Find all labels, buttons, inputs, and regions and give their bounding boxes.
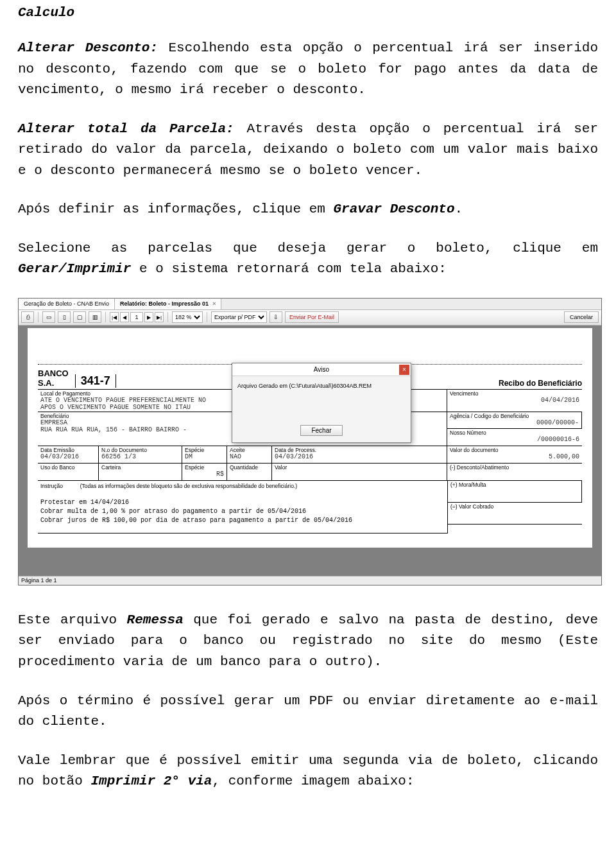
carteira-label: Carteira [101, 464, 179, 471]
label-alterar-total: Alterar total da Parcela: [18, 121, 234, 136]
mora-label: (+) Mora/Multa [450, 482, 579, 488]
cell-vencimento: Vencimento 04/04/2016 [447, 390, 582, 412]
tab-geracao-boleto[interactable]: Geração de Boleto - CNAB Envio [19, 299, 115, 309]
view-multi-button[interactable]: ▥ [89, 311, 101, 323]
cell-especie-doc: Espécie DM [182, 446, 227, 463]
last-icon: ▶| [157, 315, 162, 320]
modal-footer: Fechar [232, 421, 411, 442]
page-fit-icon: ▯ [63, 314, 66, 320]
page-icon: ▭ [46, 314, 52, 320]
separator [207, 312, 207, 322]
valor-cobrado-label: (=) Valor Cobrado [450, 503, 579, 510]
modal-fechar-button[interactable]: Fechar [300, 425, 342, 436]
uso-banco-label: Uso do Banco [40, 464, 96, 471]
cancel-button[interactable]: Cancelar [564, 311, 599, 323]
cell-desconto: (-) Desconto/Abatimento [447, 464, 582, 480]
emph-remessa: Remessa [127, 612, 184, 627]
especie-doc-value: DM [185, 453, 224, 460]
modal-message: Arquivo Gerado em (C:\Futura\Atual\)6030… [237, 383, 372, 389]
prev-icon: ◀ [123, 315, 126, 320]
nosso-numero-label: Nosso Número [450, 430, 579, 436]
especie-doc-label: Espécie [185, 447, 224, 453]
pages-icon: ▥ [92, 314, 98, 320]
page-width-icon: ▢ [77, 314, 83, 320]
aceite-label: Aceite [230, 447, 269, 453]
cell-valor-cobrado: (=) Valor Cobrado [448, 503, 582, 525]
instrucao-line: Cobrar multa de 1,00 % por atraso do pag… [40, 507, 445, 516]
cell-carteira: Carteira [99, 464, 182, 480]
valor-doc-value: 5.000,00 [450, 453, 579, 460]
paragraph-segunda-via: Vale lembrar que é possível emitir uma s… [18, 751, 598, 792]
next-page-button[interactable]: ▶ [144, 312, 153, 322]
bank-name-line1: BANCO [38, 369, 69, 378]
nosso-numero-value: /00000016-6 [450, 436, 579, 443]
separator [38, 312, 38, 322]
paragraph-remessa: Este arquivo Remessa que foi gerado e sa… [18, 610, 598, 673]
print-button[interactable]: ⎙ [21, 311, 34, 323]
modal-title: Aviso [314, 366, 329, 373]
paper-page: BANCO S.A. 341-7 Recibo do Beneficiário … [28, 328, 592, 548]
next-icon: ▶ [147, 315, 151, 320]
cell-nosso-numero: Nosso Número /00000016-6 [447, 429, 582, 446]
first-icon: |◀ [112, 315, 117, 320]
paragraph-pdf-email: Após o término é possível gerar um PDF o… [18, 691, 598, 733]
first-page-button[interactable]: |◀ [110, 312, 119, 322]
ndoc-value: 66256 1/3 [101, 453, 179, 460]
emissao-label: Data Emissão [40, 447, 96, 453]
paragraph-alterar-total: Alterar total da Parcela: Através desta … [18, 119, 598, 182]
emph-gerar-imprimir: Gerar/Imprimir [18, 261, 131, 276]
export-select[interactable]: Exportar p/ PDF [211, 311, 267, 323]
vencimento-value: 04/04/2016 [450, 397, 579, 404]
toolbar: ⎙ ▭ ▯ ▢ ▥ |◀ ◀ ▶ ▶| 182 % Exportar p/ PD… [19, 310, 601, 325]
tab-label: Relatório: Boleto - Impressão 01 [120, 300, 209, 307]
cell-emissao: Data Emissão 04/03/2016 [38, 446, 99, 463]
text: Este arquivo [18, 612, 127, 627]
aceite-value: NAO [230, 453, 269, 460]
vencimento-label: Vencimento [450, 390, 579, 397]
text: e o sistema retornará com tela abaixo: [131, 261, 446, 276]
bank-code: 341-7 [75, 374, 116, 388]
desconto-label: (-) Desconto/Abatimento [450, 464, 579, 471]
view-single-button[interactable]: ▭ [42, 311, 55, 323]
modal-titlebar: Aviso × [232, 363, 411, 376]
valor-label: Valor [275, 464, 444, 471]
modal-close-button[interactable]: × [399, 365, 409, 375]
cell-uso-banco: Uso do Banco [38, 464, 99, 480]
view-width-button[interactable]: ▢ [73, 311, 86, 323]
export-go-button[interactable]: ⇩ [270, 311, 282, 323]
cell-instrucao: Instrução (Todas as informações deste bl… [38, 481, 447, 534]
cell-agencia: Agência / Codigo do Beneficiário 0000/00… [447, 412, 582, 429]
view-fit-button[interactable]: ▯ [58, 311, 71, 323]
instrucao-line: Protestar em 14/04/2016 [40, 498, 445, 507]
printer-icon: ⎙ [26, 314, 30, 320]
cell-quantidade: Quantidade [227, 464, 272, 480]
last-page-button[interactable]: ▶| [155, 312, 164, 322]
zoom-select[interactable]: 182 % [172, 311, 203, 323]
screenshot-report-preview: Geração de Boleto - CNAB Envio Relatório… [18, 298, 602, 586]
separator [105, 312, 106, 322]
close-icon[interactable]: × [212, 300, 216, 307]
prev-page-button[interactable]: ◀ [120, 312, 129, 322]
tab-label: Geração de Boleto - CNAB Envio [24, 300, 109, 307]
label-alterar-desconto: Alterar Desconto: [18, 40, 158, 55]
emph-imprimir-2via: Imprimir 2° via [90, 774, 212, 788]
ndoc-label: N.o do Documento [101, 447, 179, 453]
valor-doc-label: Valor do documento [450, 447, 579, 453]
modal-aviso: Aviso × Arquivo Gerado em (C:\Futura\Atu… [232, 363, 411, 443]
instrucao-label: Instrução [40, 483, 63, 489]
tab-bar: Geração de Boleto - CNAB Envio Relatório… [19, 299, 601, 310]
status-bar: Página 1 de 1 [19, 576, 601, 585]
cell-especie: Espécie R$ [182, 464, 227, 480]
close-icon: × [402, 366, 406, 373]
paragraph-alterar-desconto: Alterar Desconto: Escolhendo esta opção … [18, 38, 598, 101]
instrucao-sub: (Todas as informações deste bloqueto são… [80, 483, 297, 489]
status-page-info: Página 1 de 1 [21, 577, 57, 584]
send-email-button[interactable]: Enviar Por E-Mail [285, 311, 339, 323]
agencia-label: Agência / Codigo do Beneficiário [450, 413, 579, 419]
page-number-input[interactable] [130, 312, 143, 322]
emph-gravar-desconto: Gravar Desconto [333, 202, 454, 216]
page-navigation: |◀ ◀ ▶ ▶| [110, 312, 164, 322]
tab-relatorio-boleto[interactable]: Relatório: Boleto - Impressão 01 × [115, 299, 221, 309]
data-proc-label: Data de Process. [275, 447, 444, 453]
cell-aceite: Aceite NAO [227, 446, 272, 463]
